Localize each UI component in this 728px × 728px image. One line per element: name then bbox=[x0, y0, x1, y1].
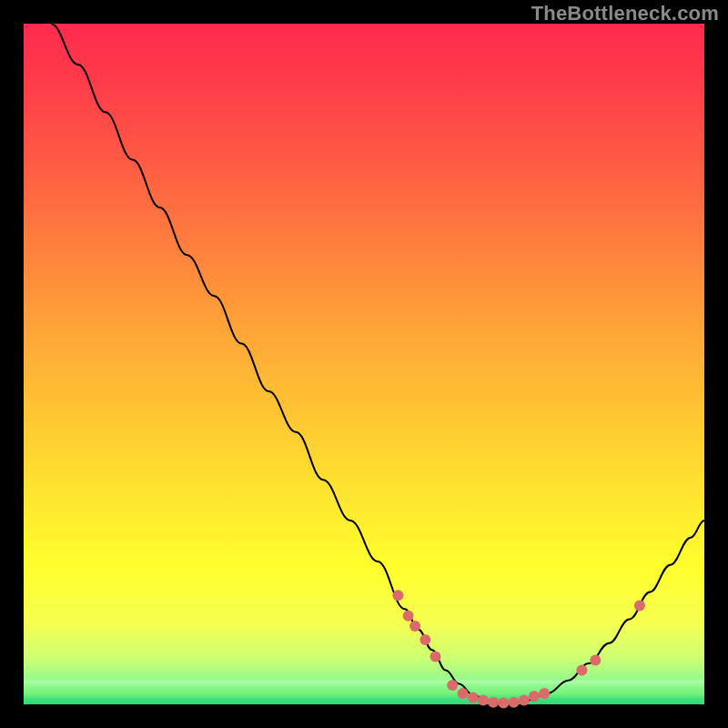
data-dot bbox=[634, 601, 645, 612]
data-dot bbox=[478, 695, 489, 706]
data-dot bbox=[539, 688, 550, 699]
data-dot bbox=[420, 634, 430, 645]
data-dot bbox=[410, 621, 420, 632]
data-dot bbox=[458, 688, 469, 699]
data-dot bbox=[392, 590, 403, 601]
chart-root: TheBottleneck.com bbox=[0, 0, 728, 728]
data-dot bbox=[590, 654, 601, 665]
data-dot bbox=[447, 680, 458, 691]
plot-area bbox=[24, 24, 704, 704]
data-dot bbox=[468, 693, 479, 703]
watermark-label: TheBottleneck.com bbox=[531, 2, 719, 25]
data-dot bbox=[529, 691, 540, 702]
data-dot bbox=[509, 697, 520, 708]
curve-svg bbox=[24, 24, 704, 704]
data-dot bbox=[519, 695, 530, 706]
bottleneck-curve-path bbox=[51, 24, 704, 703]
data-dot bbox=[430, 652, 441, 662]
data-dot bbox=[488, 697, 499, 708]
data-dot bbox=[576, 665, 587, 676]
data-dot bbox=[498, 698, 509, 709]
data-dot bbox=[403, 611, 414, 622]
